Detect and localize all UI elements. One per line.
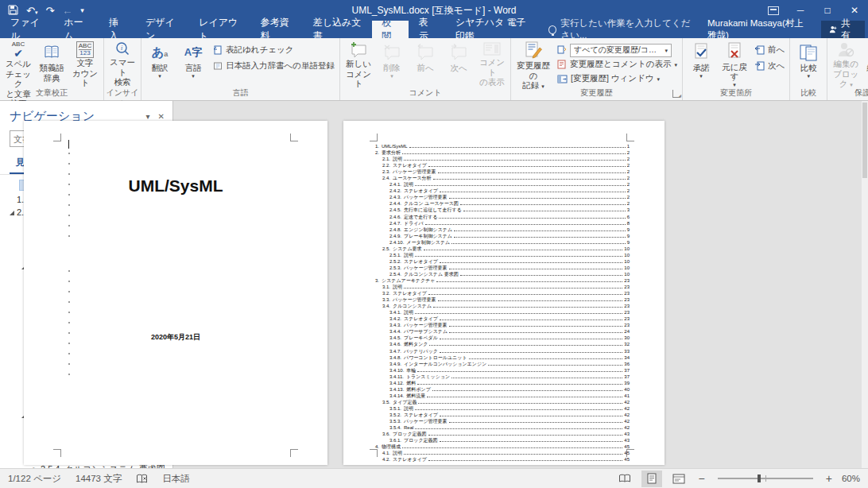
- document-page-1[interactable]: UML/SysML 2020年5月21日: [24, 121, 327, 465]
- toc-entry: 2.4.3.パッケージ管理要素2: [375, 194, 630, 200]
- dialog-launcher-icon[interactable]: [672, 90, 680, 98]
- toc-number: 2.4.8.: [389, 227, 401, 233]
- customize-qat-icon[interactable]: ▾: [80, 7, 84, 14]
- ribbon-tab-row: ファイルホーム挿入デザインレイアウト参考資料差し込み文書校閲表示シヤチハタ 電子…: [0, 21, 868, 38]
- toc-page-number: 45: [624, 450, 630, 456]
- toc-dot-leader: [418, 403, 622, 404]
- zoom-slider-thumb[interactable]: [758, 474, 761, 482]
- status-bar: 1/122 ページ 14473 文字 日本語 − + 60%: [0, 468, 868, 488]
- toc-page-number: 43: [624, 437, 630, 443]
- restrict-editing-button[interactable]: 編集の 制限: [862, 39, 868, 87]
- zoom-slider[interactable]: [718, 478, 813, 479]
- toc-dot-leader: [449, 332, 622, 333]
- proofing-status-icon[interactable]: [136, 474, 148, 484]
- block-authors-button: 編集の ブロック ▾: [829, 39, 862, 87]
- new-comment-button[interactable]: 新しい コメント: [342, 39, 375, 87]
- markup-icon: [557, 45, 567, 55]
- toc-page-number: 23: [624, 322, 630, 328]
- zoom-level[interactable]: 60%: [842, 474, 860, 483]
- track-changes-button[interactable]: 変更履歴の 記録 ▾: [513, 39, 554, 87]
- toc-text: 燃料流量: [404, 393, 425, 399]
- display-for-review-dropdown[interactable]: すべての変更履歴/コ…▾: [557, 44, 677, 56]
- toc-number: 3.5.3.: [389, 418, 401, 424]
- window-title: UML_SysML.docx [互換モード] - Word: [0, 4, 868, 17]
- toc-text: クルコンシステム: [390, 303, 432, 309]
- scrollbar-thumb[interactable]: [862, 103, 867, 178]
- collapse-ribbon-icon[interactable]: ⌃: [854, 88, 860, 96]
- redo-icon[interactable]: ↷: [45, 6, 54, 16]
- language-button[interactable]: A字 言語 ▾: [176, 39, 210, 87]
- toc-dot-leader: [440, 339, 622, 339]
- toc-dot-leader: [440, 416, 622, 416]
- read-mode-button[interactable]: [614, 471, 635, 487]
- document-date: 2020年5月21日: [24, 332, 327, 343]
- toc-number: 3.4.3.: [389, 322, 401, 328]
- reject-button[interactable]: 元に戻す ▾: [718, 39, 751, 87]
- toc-number: 3.3.: [382, 296, 390, 303]
- smart-lookup-button[interactable]: i スマート 検索: [106, 39, 139, 87]
- svg-text:i: i: [121, 45, 122, 52]
- word-count-button[interactable]: ABC123 文字 カウント: [68, 39, 102, 87]
- toc-entry: 3.4.6.燃料タンク32: [375, 341, 630, 347]
- ribbon-tab-ファイル[interactable]: ファイル: [0, 21, 53, 38]
- reviewing-pane-button[interactable]: [変更履歴] ウィンドウ ▾: [557, 72, 677, 85]
- maximize-button[interactable]: □: [814, 0, 841, 21]
- toc-text: 説明: [401, 309, 413, 316]
- toc-text: 説明: [401, 252, 413, 258]
- ribbon-tab-表示[interactable]: 表示: [409, 21, 445, 38]
- toc-number: 3.4.14.: [389, 393, 404, 399]
- document-page-2[interactable]: 1.UML/SysML12.要求分析22.1.説明22.2.ステレオタイプ22.…: [343, 121, 665, 465]
- toc-text: バッテリパック: [401, 348, 438, 354]
- page-count[interactable]: 1/122 ページ: [8, 473, 61, 485]
- toc-page-number: 23: [624, 316, 630, 322]
- ribbon-tab-レイアウト[interactable]: レイアウト: [188, 21, 250, 38]
- thesaurus-button[interactable]: 類義語 辞典: [35, 39, 68, 87]
- ribbon-group-changes: 承諾 ▾ 元に戻す ▾ 前へ 次: [683, 38, 790, 100]
- toc-number: 2.4.7.: [389, 220, 401, 227]
- ribbon-tab-参考資料[interactable]: 参考資料: [250, 21, 303, 38]
- ribbon-tab-デザイン[interactable]: デザイン: [135, 21, 188, 38]
- toc-dot-leader: [469, 358, 623, 359]
- toc-page-number: 3: [627, 207, 630, 213]
- ribbon-tab-ホーム[interactable]: ホーム: [53, 21, 99, 38]
- ribbon-group-language: あa 翻訳 ▾ A字 言語 ▾ 表記ゆれチェック: [141, 38, 340, 100]
- previous-change-button[interactable]: 前へ: [754, 44, 785, 56]
- chevron-down-icon: ▾: [35, 10, 38, 15]
- show-markup-button[interactable]: 変更履歴とコメントの表示 ▾: [557, 58, 677, 71]
- zoom-in-button[interactable]: +: [823, 472, 835, 485]
- tell-me-box[interactable]: 実行したい作業を入力してください...: [541, 21, 707, 38]
- toc-page-number: 42: [624, 405, 630, 412]
- toc-text: ステレオタイプ: [401, 412, 438, 418]
- nav-close-icon[interactable]: ✕: [158, 112, 165, 121]
- toc-text: ステレオタイプ: [390, 456, 427, 463]
- undo-icon[interactable]: ↶▾: [26, 6, 37, 16]
- toc-page-number: 9: [627, 239, 630, 246]
- ribbon-tab-差し込み文書[interactable]: 差し込み文書: [303, 21, 372, 38]
- translate-button[interactable]: あa 翻訳 ▾: [143, 39, 176, 87]
- tree-expanded-icon[interactable]: [6, 211, 17, 215]
- spelling-grammar-button[interactable]: ABC✔ スペル チェック と文章校正: [2, 39, 35, 87]
- word-count[interactable]: 14473 文字: [76, 473, 122, 485]
- ribbon-tab-挿入[interactable]: 挿入: [99, 21, 135, 38]
- vertical-scrollbar[interactable]: [862, 101, 868, 468]
- previous-comment-button: 前へ: [409, 39, 442, 87]
- zoom-out-button[interactable]: −: [696, 472, 708, 485]
- web-layout-button[interactable]: [668, 471, 689, 487]
- toc-text: インターナルコンバッションエンジン: [401, 361, 486, 367]
- consistency-check-button[interactable]: 表記ゆれチェック: [213, 44, 335, 56]
- next-change-button[interactable]: 次へ: [754, 60, 785, 72]
- toc-number: 3.2.: [382, 290, 390, 296]
- share-button[interactable]: 共有: [821, 21, 865, 38]
- compare-button[interactable]: 比較 ▾: [792, 39, 825, 87]
- toc-number: 2.1.: [382, 156, 390, 162]
- print-layout-button[interactable]: [641, 471, 662, 487]
- nav-options-icon[interactable]: ▾: [146, 112, 150, 121]
- ribbon-tab-シヤチハタ 電子印鑑[interactable]: シヤチハタ 電子印鑑: [445, 21, 541, 38]
- add-to-ime-dictionary-button[interactable]: 日本語入力辞書への単語登録: [213, 60, 335, 72]
- toc-entry: 3.4.3.パッケージ管理要素23: [375, 322, 630, 328]
- toc-page-number: 42: [624, 418, 630, 424]
- language-status[interactable]: 日本語: [162, 473, 190, 485]
- ribbon-tab-校閲[interactable]: 校閲: [372, 21, 409, 38]
- accept-button[interactable]: 承諾 ▾: [684, 39, 718, 87]
- save-icon[interactable]: [8, 5, 18, 17]
